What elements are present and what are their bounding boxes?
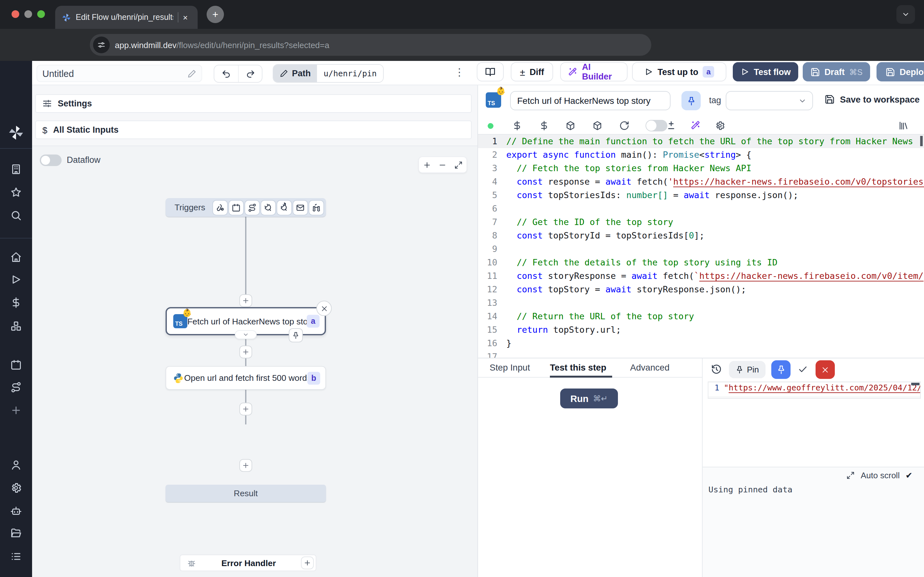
insert-step-button[interactable] <box>239 403 252 416</box>
code-editor[interactable]: 1// Define the main function to fetch th… <box>478 135 924 358</box>
tab-search-button[interactable] <box>897 5 915 24</box>
code-line[interactable]: 15 return topStory.url; <box>478 323 924 337</box>
kafka-trigger-button[interactable] <box>277 200 291 214</box>
windmill-logo-icon[interactable] <box>8 124 24 141</box>
reset-icon[interactable] <box>619 121 630 131</box>
websocket-trigger-button[interactable] <box>261 200 275 214</box>
traffic-minimize-button[interactable] <box>24 10 32 18</box>
tab-test-this-step[interactable]: Test this step <box>550 363 606 372</box>
error-handler-node[interactable]: Error Handler <box>180 554 317 571</box>
package-icon[interactable] <box>592 121 603 131</box>
sidebar-item-folders[interactable] <box>10 528 22 539</box>
path-chip[interactable]: Path u/henri/pin <box>273 64 384 83</box>
settings-bar[interactable]: Settings <box>35 94 472 113</box>
poll-trigger-button[interactable] <box>309 200 323 214</box>
pin-toggle-button[interactable] <box>682 91 701 110</box>
insert-step-button[interactable] <box>239 294 252 307</box>
add-error-handler-button[interactable] <box>301 556 314 569</box>
run-button[interactable]: Run ⌘↵ <box>560 388 618 408</box>
tab-advanced[interactable]: Advanced <box>630 363 670 372</box>
dataflow-toggle[interactable] <box>40 155 61 166</box>
webhook-trigger-button[interactable] <box>213 200 227 214</box>
expand-icon[interactable] <box>846 471 855 480</box>
sidebar-item-schedules[interactable] <box>10 359 22 371</box>
sidebar-item-users[interactable] <box>10 459 22 471</box>
scrollbar-thumb[interactable] <box>920 136 923 146</box>
scrollbar-thumb[interactable] <box>911 383 919 385</box>
resources-icon[interactable] <box>539 121 549 131</box>
code-line[interactable]: 12 const topStory = await storyResponse.… <box>478 283 924 296</box>
remove-step-button[interactable] <box>317 301 332 316</box>
tag-select[interactable] <box>726 91 813 110</box>
library-icon[interactable] <box>898 121 909 131</box>
collapse-step-button[interactable] <box>235 330 257 339</box>
insert-step-button[interactable] <box>239 459 252 472</box>
code-line[interactable]: 13 <box>478 296 924 309</box>
sidebar-item-workers[interactable] <box>10 505 22 517</box>
test-up-to-button[interactable]: Test up to a <box>632 62 726 81</box>
diff-button[interactable]: ± Diff <box>511 62 553 81</box>
fit-view-icon[interactable] <box>454 161 463 169</box>
variables-icon[interactable] <box>512 121 522 131</box>
pinned-indicator[interactable] <box>289 328 303 342</box>
code-line[interactable]: 2export async function main(): Promise<s… <box>478 148 924 161</box>
step-title-input[interactable]: Fetch url of HackerNews top story <box>510 91 670 110</box>
code-line[interactable]: 14 // Return the URL of the top story <box>478 309 924 323</box>
result-node[interactable]: Result <box>166 485 326 502</box>
test-flow-button[interactable]: Test flow <box>733 62 798 81</box>
site-settings-button[interactable] <box>93 37 110 53</box>
code-line[interactable]: 16} <box>478 337 924 350</box>
redo-button[interactable] <box>238 65 262 82</box>
sidebar-item-favorites[interactable] <box>10 187 22 198</box>
code-line[interactable]: 11 const storyResponse = await fetch(`ht… <box>478 269 924 283</box>
step-a-node[interactable]: TS 👶 Fetch url of HackerNews top story a <box>166 307 326 335</box>
sidebar-item-workspace[interactable] <box>10 163 22 175</box>
code-line[interactable]: 3 // Fetch the top stories from Hacker N… <box>478 161 924 175</box>
zoom-out-icon[interactable] <box>439 161 447 169</box>
more-menu-icon[interactable]: ⋮ <box>454 66 465 78</box>
sidebar-item-variables[interactable] <box>10 297 22 308</box>
sidebar-item-routes[interactable] <box>10 382 22 393</box>
accept-icon[interactable] <box>798 364 808 374</box>
auto-scroll-control[interactable]: Auto scroll ✔ <box>846 471 913 480</box>
package-icon[interactable] <box>565 121 575 131</box>
browser-tab[interactable]: Edit Flow u/henri/pin_results × <box>55 6 198 29</box>
step-b-node[interactable]: Open url and fetch first 500 words of ..… <box>166 366 326 390</box>
history-icon[interactable] <box>711 364 722 375</box>
new-tab-button[interactable]: + <box>207 6 224 23</box>
route-trigger-button[interactable] <box>245 200 259 214</box>
sidebar-item-add[interactable] <box>10 405 22 416</box>
tab-step-input[interactable]: Step Input <box>489 363 530 372</box>
code-line[interactable]: 4 const response = await fetch('https://… <box>478 175 924 189</box>
pinned-active-button[interactable] <box>771 360 790 379</box>
sidebar-item-resources[interactable] <box>10 321 22 332</box>
insert-step-button[interactable] <box>239 346 252 358</box>
deploy-button[interactable]: Deploy <box>877 62 924 81</box>
pencil-icon[interactable] <box>187 69 196 78</box>
code-line[interactable]: 17 <box>478 350 924 358</box>
all-static-inputs-bar[interactable]: $ All Static Inputs <box>35 121 472 139</box>
omnibox[interactable]: app.windmill.dev/flows/edit/u/henri/pin_… <box>90 34 651 56</box>
traffic-close-button[interactable] <box>11 10 19 18</box>
ai-assist-icon[interactable] <box>690 121 701 131</box>
code-line[interactable]: 6 <box>478 202 924 215</box>
code-line[interactable]: 9 <box>478 242 924 256</box>
sidebar-item-runs[interactable] <box>10 274 22 285</box>
tab-close-icon[interactable]: × <box>183 13 188 22</box>
sidebar-item-home[interactable] <box>10 251 22 263</box>
sidebar-item-logs[interactable] <box>10 551 22 562</box>
email-trigger-button[interactable] <box>293 200 307 214</box>
triggers-node[interactable]: Triggers <box>166 198 326 217</box>
gear-icon[interactable] <box>715 121 725 131</box>
undo-button[interactable] <box>214 65 238 82</box>
code-line[interactable]: 1// Define the main function to fetch th… <box>478 135 924 148</box>
draft-button[interactable]: Draft ⌘S <box>803 62 870 81</box>
diff-icon[interactable] <box>666 121 676 131</box>
sidebar-item-search[interactable] <box>10 210 22 221</box>
sidebar-item-settings[interactable] <box>10 482 22 494</box>
code-line[interactable]: 7 // Get the ID of the top story <box>478 215 924 229</box>
save-to-workspace-button[interactable]: Save to workspace <box>825 94 919 105</box>
clear-pin-button[interactable] <box>816 360 835 379</box>
traffic-zoom-button[interactable] <box>37 10 45 18</box>
code-line[interactable]: 5 const topStoriesIds: number[] = await … <box>478 189 924 202</box>
